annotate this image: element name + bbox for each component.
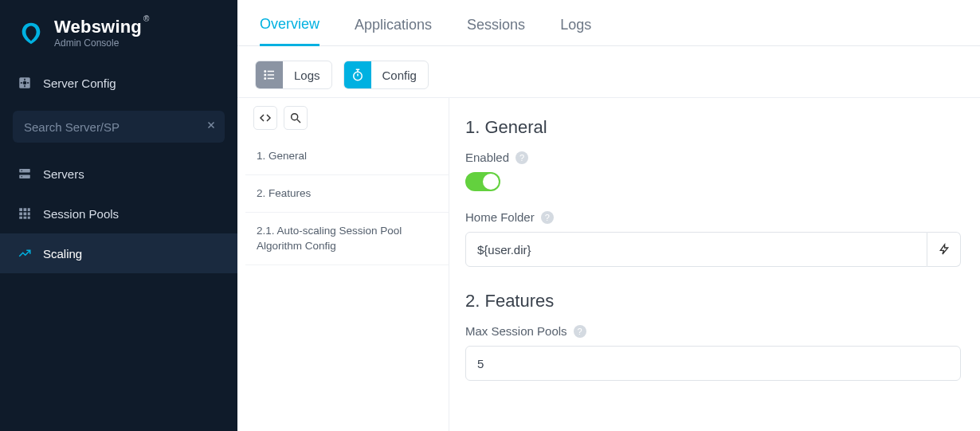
sidebar-search-wrap bbox=[0, 103, 237, 154]
registered-mark-icon: ® bbox=[143, 14, 149, 23]
brand: Webswing ® Admin Console bbox=[0, 0, 237, 63]
gear-box-icon bbox=[18, 76, 32, 90]
svg-rect-3 bbox=[24, 79, 25, 80]
sidebar-item-servers[interactable]: Servers bbox=[0, 154, 237, 194]
enabled-toggle[interactable] bbox=[465, 172, 500, 191]
clear-icon[interactable] bbox=[206, 120, 217, 134]
svg-line-31 bbox=[297, 120, 300, 123]
sidebar-item-server-config[interactable]: Server Config bbox=[0, 63, 237, 103]
svg-rect-15 bbox=[24, 213, 27, 216]
config-form-panel: 1. General Enabled ? Home Folder ? 2. Fe… bbox=[449, 98, 980, 431]
svg-rect-13 bbox=[28, 209, 30, 212]
svg-point-24 bbox=[265, 78, 266, 80]
tool-label-config: Config bbox=[371, 69, 428, 82]
section-title-features: 2. Features bbox=[465, 291, 961, 311]
toggle-knob bbox=[483, 174, 499, 190]
sidebar: Webswing ® Admin Console Server Config S… bbox=[0, 0, 237, 431]
svg-rect-18 bbox=[24, 217, 27, 219]
sidebar-item-label: Servers bbox=[43, 167, 84, 181]
sidebar-search-box[interactable] bbox=[13, 111, 225, 143]
section-title-general: 1. General bbox=[465, 117, 961, 138]
svg-point-9 bbox=[22, 170, 23, 172]
search-input[interactable] bbox=[24, 120, 194, 134]
tool-label-logs: Logs bbox=[283, 69, 331, 82]
grid-icon bbox=[18, 206, 32, 221]
main: Overview Applications Sessions Logs Logs… bbox=[237, 0, 980, 431]
tool-group-logs[interactable]: Logs bbox=[255, 61, 332, 89]
variable-icon[interactable] bbox=[927, 232, 961, 267]
sidebar-item-label: Server Config bbox=[43, 76, 116, 90]
config-nav-tools bbox=[245, 98, 449, 138]
content: 1. General 2. Features 2.1. Auto-scaling… bbox=[237, 97, 980, 431]
brand-title: Webswing bbox=[54, 18, 142, 37]
svg-rect-17 bbox=[19, 217, 22, 219]
svg-point-2 bbox=[23, 81, 27, 85]
toolbar: Logs Config bbox=[237, 46, 980, 97]
search-icon[interactable] bbox=[284, 106, 308, 130]
tabs: Overview Applications Sessions Logs bbox=[237, 0, 980, 46]
max-session-pools-input[interactable] bbox=[465, 346, 961, 381]
help-icon[interactable]: ? bbox=[541, 211, 554, 224]
svg-point-22 bbox=[265, 74, 266, 76]
svg-rect-19 bbox=[28, 217, 30, 219]
tab-applications[interactable]: Applications bbox=[355, 17, 432, 45]
config-nav-autoscaling[interactable]: 2.1. Auto-scaling Session Pool Algorithm… bbox=[245, 213, 449, 264]
svg-rect-14 bbox=[19, 213, 22, 216]
sidebar-item-label: Scaling bbox=[43, 247, 82, 261]
svg-rect-6 bbox=[27, 83, 29, 84]
sidebar-item-label: Session Pools bbox=[43, 207, 119, 221]
field-label-max-session-pools: Max Session Pools ? bbox=[465, 324, 586, 338]
svg-point-20 bbox=[265, 71, 266, 72]
label-text: Max Session Pools bbox=[465, 324, 567, 338]
svg-point-30 bbox=[292, 114, 298, 120]
brand-text: Webswing ® Admin Console bbox=[54, 18, 149, 49]
tab-logs[interactable]: Logs bbox=[560, 17, 591, 45]
code-icon[interactable] bbox=[253, 106, 277, 130]
tab-overview[interactable]: Overview bbox=[260, 16, 319, 46]
help-icon[interactable]: ? bbox=[574, 325, 586, 338]
svg-rect-12 bbox=[24, 209, 27, 212]
sidebar-item-session-pools[interactable]: Session Pools bbox=[0, 194, 237, 233]
brand-subtitle: Admin Console bbox=[54, 38, 149, 49]
field-label-home-folder: Home Folder ? bbox=[465, 210, 554, 224]
svg-rect-4 bbox=[24, 85, 25, 87]
svg-point-10 bbox=[22, 176, 23, 178]
list-icon bbox=[256, 61, 283, 88]
max-session-pools-row bbox=[465, 346, 961, 381]
field-label-enabled: Enabled ? bbox=[465, 151, 528, 164]
svg-rect-5 bbox=[21, 83, 22, 84]
config-nav-general[interactable]: 1. General bbox=[245, 138, 449, 175]
help-icon[interactable]: ? bbox=[515, 151, 528, 164]
label-text: Home Folder bbox=[465, 210, 535, 224]
config-nav-features[interactable]: 2. Features bbox=[245, 175, 449, 213]
svg-point-0 bbox=[28, 29, 34, 35]
config-nav-panel: 1. General 2. Features 2.1. Auto-scaling… bbox=[245, 98, 449, 431]
server-icon bbox=[18, 167, 32, 181]
svg-rect-7 bbox=[19, 169, 30, 173]
tab-sessions[interactable]: Sessions bbox=[467, 17, 525, 45]
tool-group-config[interactable]: Config bbox=[343, 61, 429, 89]
sidebar-item-scaling[interactable]: Scaling bbox=[0, 233, 237, 273]
webswing-logo-icon bbox=[18, 20, 45, 47]
home-folder-input[interactable] bbox=[465, 232, 927, 267]
home-folder-row bbox=[465, 232, 961, 267]
svg-rect-8 bbox=[19, 175, 30, 179]
stopwatch-icon bbox=[344, 61, 371, 88]
svg-rect-16 bbox=[28, 213, 30, 216]
chart-up-icon bbox=[18, 246, 32, 261]
svg-rect-11 bbox=[19, 209, 22, 212]
label-text: Enabled bbox=[465, 151, 509, 164]
